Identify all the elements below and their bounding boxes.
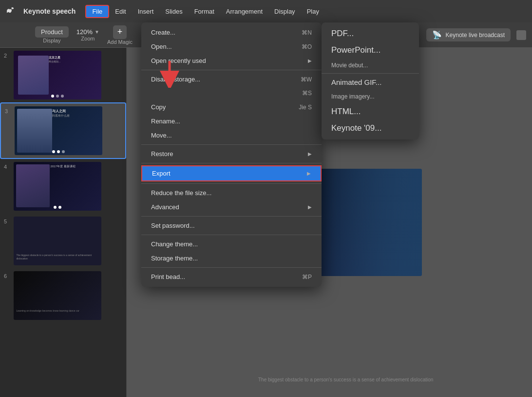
create-label: Create... — [151, 29, 175, 36]
slide-item[interactable]: 3 与人之间 到底有什么差 — [0, 102, 126, 159]
advanced-label: Advanced — [151, 203, 179, 211]
menu-play[interactable]: Play — [301, 6, 325, 17]
slide-dot — [58, 206, 61, 209]
zoom-control[interactable]: 120% ▼ — [76, 28, 99, 36]
file-menu-advanced[interactable]: Advanced ▶ — [141, 200, 322, 214]
file-menu-disable-storage[interactable]: Disable storage... ⌘W — [141, 72, 322, 86]
separator — [141, 163, 322, 163]
add-button[interactable]: + — [113, 25, 127, 39]
separator — [141, 144, 322, 145]
copy-label: Copy — [151, 103, 166, 111]
export-arrow-icon: ▶ — [307, 171, 311, 176]
export-keynote09[interactable]: Keynote '09... — [322, 120, 419, 137]
slide-dot — [52, 150, 55, 153]
menu-format[interactable]: Format — [189, 6, 220, 17]
file-menu-recent[interactable]: Open recently used ▶ — [141, 54, 322, 68]
file-menu-save[interactable]: ⌘S — [141, 86, 322, 100]
file-menu-rename[interactable]: Rename... — [141, 114, 322, 128]
display-label: Display — [43, 38, 60, 43]
move-label: Move... — [151, 132, 172, 139]
file-menu-create[interactable]: Create... ⌘N — [141, 25, 322, 40]
toolbar-product-group: Product Display — [35, 26, 69, 43]
separator — [141, 70, 322, 70]
zoom-label: Zoom — [81, 36, 95, 41]
slide-item[interactable]: 6 Learning on-knowledge becomes know-lea… — [0, 268, 126, 323]
menu-insert[interactable]: Insert — [132, 6, 160, 17]
export-gif[interactable]: Animated GIF... — [322, 75, 419, 90]
reduce-label: Reduce the file size... — [151, 189, 211, 197]
file-menu-reduce[interactable]: Reduce the file size... — [141, 186, 322, 200]
slide-dot — [62, 150, 65, 153]
separator — [141, 183, 322, 184]
export-image[interactable]: Image imagery... — [322, 90, 419, 103]
slide-item[interactable]: 5 The biggest obstacle to a person's suc… — [0, 214, 126, 268]
slide-dot — [56, 95, 59, 98]
menu-file[interactable]: File — [85, 5, 109, 18]
print-shortcut: ⌘P — [302, 274, 312, 280]
product-button[interactable]: Product — [35, 26, 69, 38]
restore-label: Restore — [151, 150, 173, 158]
menubar: Keynote speech File Edit Insert Slides F… — [0, 0, 532, 22]
slide-number: 6 — [4, 273, 14, 279]
open-label: Open... — [151, 43, 172, 50]
advanced-arrow-icon: ▶ — [308, 204, 312, 210]
slide-thumbnail: 与人之间 到底有什么差 — [15, 106, 102, 155]
slide-number: 3 — [5, 108, 15, 114]
slide-dot — [57, 150, 60, 153]
recent-label: Open recently used — [151, 57, 206, 64]
broadcast-icon: 📡 — [432, 30, 442, 40]
menu-display[interactable]: Display — [268, 6, 301, 17]
password-label: Set password... — [151, 222, 195, 229]
file-menu-open[interactable]: Open... ⌘O — [141, 40, 322, 54]
file-menu-export[interactable]: Export ▶ — [141, 165, 322, 181]
file-menu-password[interactable]: Set password... — [141, 218, 322, 233]
toolbar-add-group: + Add Magic — [107, 25, 133, 45]
file-menu-copy[interactable]: Copy Jie S — [141, 100, 322, 114]
restore-arrow-icon: ▶ — [308, 151, 312, 157]
export-pdf[interactable]: PDF... — [322, 25, 419, 42]
separator — [141, 216, 322, 217]
slide-number: 4 — [4, 164, 14, 170]
slide-thumbnail: 北京之星 商业规划... — [14, 51, 101, 99]
export-html[interactable]: HTML... — [322, 103, 419, 120]
broadcast-button[interactable]: 📡 Keynote live broadcast — [426, 28, 511, 41]
add-label: Add Magic — [107, 39, 133, 45]
slide-number: 2 — [4, 53, 14, 59]
create-shortcut: ⌘N — [302, 29, 312, 36]
toolbar-extra-button[interactable] — [516, 30, 526, 40]
file-menu-change-theme[interactable]: Change theme... — [141, 237, 322, 251]
menu-slides[interactable]: Slides — [159, 6, 188, 17]
open-shortcut: ⌘O — [302, 43, 312, 50]
file-menu-restore[interactable]: Restore ▶ — [141, 147, 322, 161]
disable-storage-label: Disable storage... — [151, 76, 200, 83]
slide-number: 5 — [4, 218, 14, 224]
zoom-chevron-icon: ▼ — [95, 29, 99, 35]
file-menu-move[interactable]: Move... — [141, 128, 322, 142]
slide-dot — [54, 206, 57, 209]
menu-arrangement[interactable]: Arrangement — [220, 6, 268, 17]
menu-items: File Edit Insert Slides Format Arrangeme… — [85, 5, 526, 18]
slides-panel: 2 北京之星 商业规划... 3 与人之间 到底有什么差 — [0, 48, 127, 397]
export-movie[interactable]: Movie debut... — [322, 59, 419, 72]
rename-label: Rename... — [151, 118, 180, 125]
broadcast-label: Keynote live broadcast — [446, 32, 505, 39]
slide-bottom-text1: The biggest obstacle to a person's succe… — [258, 377, 433, 382]
file-menu-storage-theme[interactable]: Storage theme... — [141, 251, 322, 265]
change-theme-label: Change theme... — [151, 240, 198, 248]
export-label: Export — [152, 170, 171, 177]
export-submenu: PDF... PowerPoint... Movie debut... Anim… — [322, 22, 419, 139]
copy-shortcut: Jie S — [299, 104, 312, 111]
slide-item[interactable]: 4 2017年度 最新课程 — [0, 159, 126, 214]
slide-dot — [61, 95, 64, 98]
file-menu-print[interactable]: Print bead... ⌘P — [141, 270, 322, 284]
apple-icon[interactable] — [6, 6, 16, 16]
slide-item[interactable]: 2 北京之星 商业规划... — [0, 48, 126, 102]
menu-edit[interactable]: Edit — [109, 6, 132, 17]
disable-shortcut: ⌘W — [301, 76, 312, 83]
zoom-value: 120% — [76, 28, 93, 36]
separator — [141, 267, 322, 268]
export-powerpoint[interactable]: PowerPoint... — [322, 42, 419, 59]
slide-dot — [51, 95, 54, 98]
save-shortcut: ⌘S — [302, 90, 312, 97]
slide-thumbnail: 2017年度 最新课程 — [14, 162, 101, 211]
